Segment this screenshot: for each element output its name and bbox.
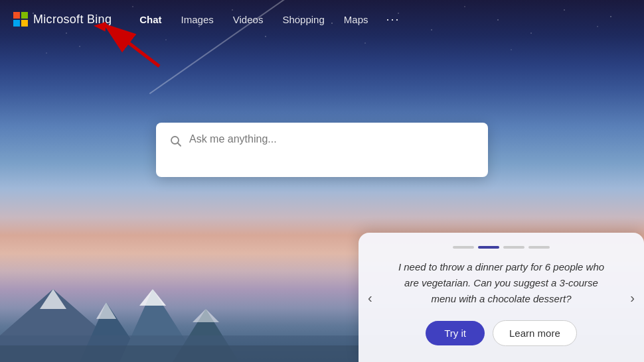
card-prev-button[interactable]: ‹ (362, 284, 378, 310)
search-icon (169, 135, 183, 151)
nav-images[interactable]: Images (173, 9, 222, 30)
dot-4 (528, 246, 550, 249)
suggestion-text: I need to throw a dinner party for 6 peo… (374, 259, 628, 307)
navbar: Microsoft Bing Chat Images Videos Shoppi… (0, 0, 644, 38)
svg-marker-3 (96, 302, 116, 319)
search-box (156, 123, 488, 177)
search-input[interactable] (189, 133, 475, 145)
svg-marker-7 (193, 309, 219, 322)
suggestion-card: ‹ › I need to throw a dinner party for 6… (359, 233, 644, 362)
dot-3 (503, 246, 524, 249)
card-next-button[interactable]: › (625, 284, 640, 310)
learn-more-button[interactable]: Learn more (493, 320, 577, 346)
microsoft-logo-icon (13, 12, 28, 27)
try-it-button[interactable]: Try it (426, 321, 485, 345)
nav-shopping[interactable]: Shopping (274, 9, 332, 30)
svg-line-14 (178, 143, 181, 147)
search-container (156, 123, 488, 177)
nav-more-button[interactable]: ··· (379, 10, 406, 29)
nav-maps[interactable]: Maps (336, 9, 376, 30)
card-actions: Try it Learn more (374, 320, 628, 346)
brand[interactable]: Microsoft Bing (13, 12, 112, 27)
nav-links: Chat Images Videos Shopping Maps ··· (131, 9, 406, 30)
dot-2 (478, 246, 499, 249)
nav-videos[interactable]: Videos (225, 9, 272, 30)
nav-chat[interactable]: Chat (131, 9, 169, 30)
brand-name: Microsoft Bing (33, 13, 112, 27)
dot-1 (453, 246, 474, 249)
svg-marker-5 (139, 289, 166, 306)
card-dots (374, 246, 628, 249)
